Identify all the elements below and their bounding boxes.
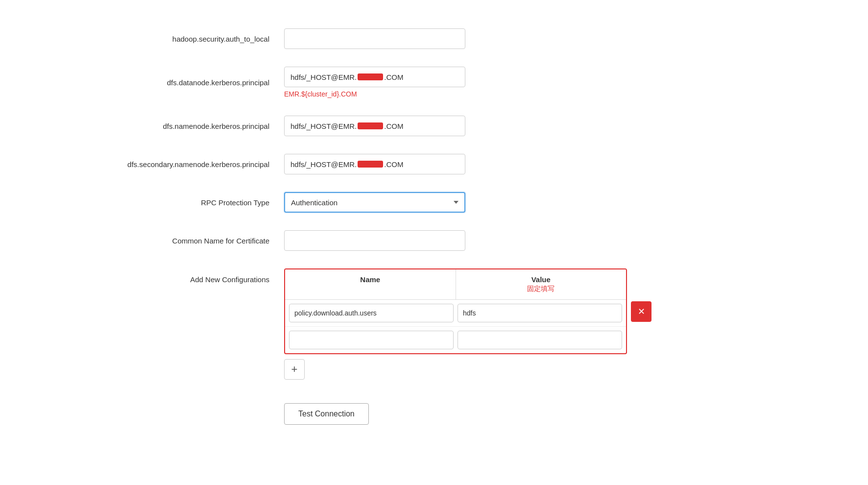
config-header-value-label: Value — [531, 275, 551, 284]
label-dfs-secondary-namenode: dfs.secondary.namenode.kerberos.principa… — [29, 160, 284, 169]
label-common-name: Common Name for Certificate — [29, 237, 284, 245]
config-table-body — [285, 300, 626, 353]
config-table-row-1 — [285, 327, 626, 353]
delete-config-row-button[interactable]: ✕ — [631, 301, 651, 322]
add-row-button[interactable]: + — [284, 359, 305, 380]
configs-table-row-actions: Name Value 固定填写 — [284, 268, 651, 354]
field-dfs-datanode: dfs.datanode.kerberos.principal hdfs/_HO… — [0, 58, 868, 107]
config-value-input-1[interactable] — [458, 331, 622, 349]
config-table-row-0 — [285, 300, 626, 327]
field-dfs-namenode: dfs.namenode.kerberos.principal hdfs/_HO… — [0, 107, 868, 145]
input-dfs-datanode-display: hdfs/_HOST@EMR..COM — [284, 67, 465, 87]
field-common-name: Common Name for Certificate — [0, 221, 868, 260]
label-rpc-protection: RPC Protection Type — [29, 198, 284, 207]
test-connection-button[interactable]: Test Connection — [284, 403, 369, 425]
configs-content: Name Value 固定填写 — [284, 268, 651, 380]
redacted-value — [358, 122, 383, 129]
config-header-name: Name — [285, 269, 456, 299]
field-dfs-secondary-namenode: dfs.secondary.namenode.kerberos.principa… — [0, 145, 868, 183]
field-hadoop-security: hadoop.security.auth_to_local — [0, 20, 868, 58]
input-common-name[interactable] — [284, 230, 465, 251]
label-hadoop-security: hadoop.security.auth_to_local — [29, 35, 284, 43]
input-dfs-namenode-display: hdfs/_HOST@EMR..COM — [284, 116, 465, 136]
field-rpc-protection: RPC Protection Type Authentication Integ… — [0, 183, 868, 221]
config-header-value: Value 固定填写 — [456, 269, 627, 299]
redacted-value — [358, 161, 383, 168]
label-dfs-datanode: dfs.datanode.kerberos.principal — [29, 78, 284, 87]
input-dfs-secondary-namenode-display: hdfs/_HOST@EMR..COM — [284, 154, 465, 174]
delete-icon: ✕ — [638, 306, 645, 317]
select-rpc-protection[interactable]: Authentication Integrity Privacy — [284, 192, 465, 213]
section-add-new-configurations: Add New Configurations Name Value 固定填写 — [0, 260, 868, 388]
config-value-input-0[interactable] — [458, 304, 622, 322]
redacted-value — [358, 73, 383, 80]
config-table-header: Name Value 固定填写 — [285, 269, 626, 300]
config-name-input-1[interactable] — [289, 331, 454, 349]
label-dfs-namenode: dfs.namenode.kerberos.principal — [29, 122, 284, 130]
input-hadoop-security[interactable] — [284, 28, 465, 49]
label-add-new-configurations: Add New Configurations — [29, 268, 284, 284]
config-name-input-0[interactable] — [289, 304, 454, 322]
config-table: Name Value 固定填写 — [284, 268, 627, 354]
hint-dfs-datanode: EMR.${cluster_id}.COM — [284, 90, 357, 98]
config-value-annotation: 固定填写 — [527, 285, 555, 293]
